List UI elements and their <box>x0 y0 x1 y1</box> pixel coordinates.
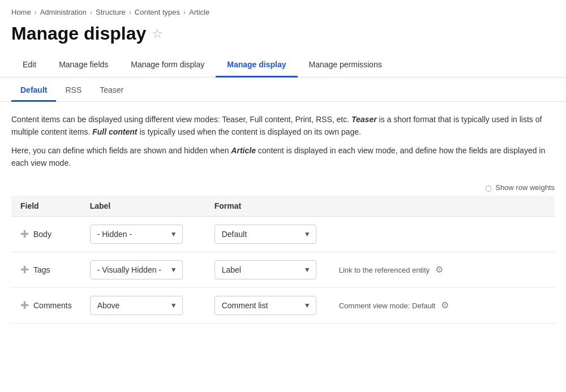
table-row: ✚ Body - Hidden - Above Inline - Visuall… <box>11 216 555 252</box>
nav-tabs: Edit Manage fields Manage form display M… <box>0 53 566 77</box>
field-cell-body: ✚ Body <box>11 216 81 252</box>
extra-info-tags: Link to the referenced entity <box>339 266 430 274</box>
label-select-wrapper-comments: - Hidden - Above Inline - Visually Hidde… <box>90 296 183 315</box>
breadcrumb-sep-3: › <box>129 8 131 16</box>
tab-manage-permissions[interactable]: Manage permissions <box>298 53 393 77</box>
label-select-wrapper-tags: - Hidden - Above Inline - Visually Hidde… <box>90 260 183 279</box>
drag-handle-body[interactable]: ✚ <box>20 228 29 240</box>
subtab-rss[interactable]: RSS <box>56 80 91 102</box>
label-select-body[interactable]: - Hidden - Above Inline - Visually Hidde… <box>90 225 183 244</box>
breadcrumb-sep-1: › <box>35 8 37 16</box>
format-select-comments[interactable]: Comment list Default <box>215 296 316 315</box>
extra-cell-tags: Link to the referenced entity ⚙ <box>330 252 555 287</box>
eye-icon: ◌ <box>485 183 492 192</box>
field-cell-comments: ✚ Comments <box>11 287 81 323</box>
description-2: Here, you can define which fields are sh… <box>11 144 555 170</box>
favorite-star-icon[interactable]: ☆ <box>152 27 163 41</box>
tab-edit[interactable]: Edit <box>11 53 48 77</box>
subtab-teaser[interactable]: Teaser <box>91 80 132 102</box>
breadcrumb-home[interactable]: Home <box>11 8 31 16</box>
field-cell-tags: ✚ Tags <box>11 252 81 287</box>
breadcrumb-structure[interactable]: Structure <box>96 8 126 16</box>
format-select-tags[interactable]: Label Default Plain text <box>215 260 316 279</box>
main-content: Content items can be displayed using dif… <box>0 102 566 324</box>
field-table: Field Label Format ✚ Body - Hidde <box>11 196 555 324</box>
col-header-format: Format <box>205 196 330 217</box>
label-cell-tags: - Hidden - Above Inline - Visually Hidde… <box>81 252 205 287</box>
table-header-row: Field Label Format <box>11 196 555 217</box>
tab-manage-fields[interactable]: Manage fields <box>48 53 119 77</box>
col-header-extra <box>330 196 555 217</box>
show-weights-label[interactable]: Show row weights <box>495 183 555 192</box>
breadcrumb-sep-2: › <box>90 8 92 16</box>
tab-manage-form-display[interactable]: Manage form display <box>119 53 216 77</box>
table-row: ✚ Tags - Hidden - Above Inline - Visuall… <box>11 252 555 287</box>
description-1: Content items can be displayed using dif… <box>11 113 555 139</box>
field-label-comments: Comments <box>33 301 72 310</box>
label-select-wrapper-body: - Hidden - Above Inline - Visually Hidde… <box>90 225 183 244</box>
label-select-comments[interactable]: - Hidden - Above Inline - Visually Hidde… <box>90 296 183 315</box>
page-title: Manage display <box>11 23 146 44</box>
breadcrumb-administration[interactable]: Administration <box>40 8 87 16</box>
col-header-label: Label <box>81 196 205 217</box>
col-header-field: Field <box>11 196 81 217</box>
format-select-wrapper-comments: Comment list Default ▼ <box>215 296 316 315</box>
extra-cell-body <box>330 216 555 252</box>
extra-cell-comments: Comment view mode: Default ⚙ <box>330 287 555 323</box>
sub-tabs: Default RSS Teaser <box>0 80 566 102</box>
format-select-body[interactable]: Default Plain text Trimmed <box>215 225 316 244</box>
page-title-area: Manage display ☆ <box>0 20 566 53</box>
breadcrumb: Home › Administration › Structure › Cont… <box>0 0 566 20</box>
format-cell-comments: Comment list Default ▼ <box>205 287 330 323</box>
tab-manage-display[interactable]: Manage display <box>216 53 297 77</box>
drag-handle-tags[interactable]: ✚ <box>20 264 29 276</box>
drag-handle-comments[interactable]: ✚ <box>20 299 29 312</box>
breadcrumb-article: Article <box>189 8 209 16</box>
format-select-wrapper-body: Default Plain text Trimmed ▼ <box>215 225 316 244</box>
breadcrumb-content-types[interactable]: Content types <box>135 8 180 16</box>
breadcrumb-sep-4: › <box>183 8 186 16</box>
show-weights-toggle[interactable]: ◌ Show row weights <box>11 175 555 196</box>
settings-gear-button-tags[interactable]: ⚙ <box>432 262 447 277</box>
subtab-default[interactable]: Default <box>11 80 56 102</box>
settings-gear-button-comments[interactable]: ⚙ <box>438 298 452 313</box>
format-select-wrapper-tags: Label Default Plain text ▼ <box>215 260 316 279</box>
label-cell-body: - Hidden - Above Inline - Visually Hidde… <box>81 216 205 252</box>
format-cell-body: Default Plain text Trimmed ▼ <box>205 216 330 252</box>
label-cell-comments: - Hidden - Above Inline - Visually Hidde… <box>81 287 205 323</box>
format-cell-tags: Label Default Plain text ▼ <box>205 252 330 287</box>
field-label-tags: Tags <box>33 265 50 274</box>
extra-info-comments: Comment view mode: Default <box>339 301 436 310</box>
table-row: ✚ Comments - Hidden - Above Inline - Vis… <box>11 287 555 323</box>
label-select-tags[interactable]: - Hidden - Above Inline - Visually Hidde… <box>90 260 183 279</box>
field-label-body: Body <box>33 230 52 239</box>
